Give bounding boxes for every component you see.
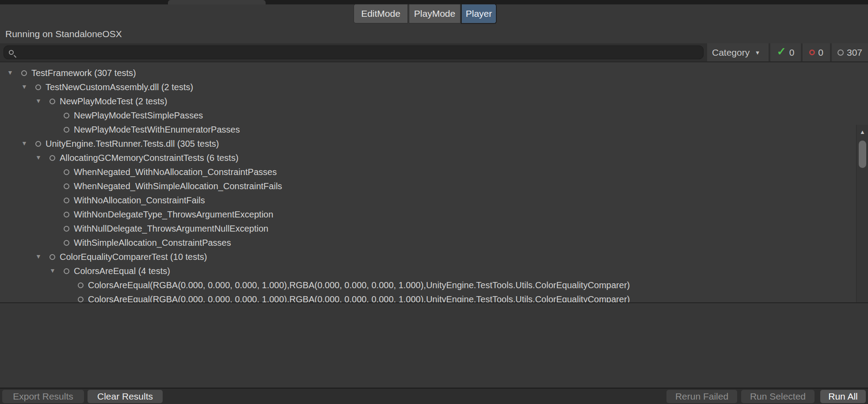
run-all-button[interactable]: Run All xyxy=(820,390,866,403)
clear-results-button[interactable]: Clear Results xyxy=(88,390,163,403)
tree-row[interactable]: WithNullDelegate_ThrowsArgumentNullExcep… xyxy=(0,221,853,236)
tree-item-label: ColorsAreEqual (4 tests) xyxy=(74,266,170,276)
test-status-circle-icon xyxy=(78,297,84,302)
expander-triangle-icon[interactable]: ▼ xyxy=(35,154,49,161)
tab-editmode[interactable]: EditMode xyxy=(354,4,408,23)
circle-icon xyxy=(838,50,844,56)
test-status-circle-icon xyxy=(64,183,69,189)
expander-triangle-icon[interactable]: ▼ xyxy=(49,267,64,274)
test-status-circle-icon xyxy=(78,282,84,288)
test-status-circle-icon xyxy=(64,113,69,118)
toolbar: Category ▾ ✓ 0 0 307 xyxy=(0,43,868,62)
expander-triangle-icon[interactable]: ▼ xyxy=(21,84,35,91)
test-status-circle-icon xyxy=(64,212,69,217)
tree-item-label: WhenNegated_WithSimpleAllocation_Constra… xyxy=(74,181,282,191)
tree-row[interactable]: WithNoAllocation_ConstraintFails xyxy=(0,193,853,207)
tree-item-label: WithNonDelegateType_ThrowsArgumentExcept… xyxy=(74,210,273,220)
expander-triangle-icon[interactable]: ▼ xyxy=(7,69,21,76)
tree-row[interactable]: NewPlayModeTestSimplePasses xyxy=(0,108,853,122)
tree-row[interactable]: ColorsAreEqual(RGBA(0.000, 0.000, 0.000,… xyxy=(0,278,853,292)
tree-row[interactable]: ColorsAreEqual(RGBA(0.000, 0.000, 0.000,… xyxy=(0,292,853,303)
tree-row[interactable]: NewPlayModeTestWithEnumeratorPasses xyxy=(0,122,853,137)
search-icon xyxy=(9,50,14,55)
passed-count-filter[interactable]: ✓ 0 xyxy=(770,43,801,61)
tree-row[interactable]: WithSimpleAllocation_ConstraintPasses xyxy=(0,236,853,250)
run-selected-button[interactable]: Run Selected xyxy=(741,390,815,403)
tree-row[interactable]: ▼NewPlayModeTest (2 tests) xyxy=(0,94,853,108)
tree-row[interactable]: WhenNegated_WithSimpleAllocation_Constra… xyxy=(0,179,853,193)
rerun-failed-button[interactable]: Rerun Failed xyxy=(666,390,737,403)
tree-item-label: WithSimpleAllocation_ConstraintPasses xyxy=(74,238,231,248)
test-status-circle-icon xyxy=(21,70,27,76)
test-status-circle-icon xyxy=(64,226,69,232)
tree-row[interactable]: ▼UnityEngine.TestRunner.Tests.dll (305 t… xyxy=(0,137,853,151)
test-tree: ▼TestFramework (307 tests)▼TestNewCustom… xyxy=(0,66,853,303)
tree-item-label: NewPlayModeTest (2 tests) xyxy=(60,96,167,107)
test-status-circle-icon xyxy=(35,141,41,147)
failed-count-filter[interactable]: 0 xyxy=(803,43,830,61)
test-status-circle-icon xyxy=(64,169,69,175)
tree-item-label: WhenNegated_WithNoAllocation_ConstraintP… xyxy=(74,167,277,177)
tree-item-label: ColorsAreEqual(RGBA(0.000, 0.000, 0.000,… xyxy=(88,280,630,290)
tree-item-label: AllocatingGCMemoryConstraintTests (6 tes… xyxy=(60,153,239,163)
status-text: Running on StandaloneOSX xyxy=(0,25,868,43)
tree-item-label: ColorEqualityComparerTest (10 tests) xyxy=(60,252,207,262)
scroll-up-icon[interactable]: ▲ xyxy=(857,127,868,136)
tree-item-label: UnityEngine.TestRunner.Tests.dll (305 te… xyxy=(46,139,219,149)
search-input[interactable] xyxy=(17,48,680,57)
test-status-circle-icon xyxy=(35,84,41,90)
tree-row[interactable]: ▼ColorEqualityComparerTest (10 tests) xyxy=(0,250,853,264)
test-status-circle-icon xyxy=(64,268,69,274)
total-count-filter[interactable]: 307 xyxy=(832,43,868,61)
test-tree-panel: ▼TestFramework (307 tests)▼TestNewCustom… xyxy=(0,62,868,303)
total-count: 307 xyxy=(847,47,862,58)
mode-tab-bar: EditMode PlayMode Player xyxy=(0,4,868,24)
failed-count: 0 xyxy=(818,47,823,58)
tree-item-label: NewPlayModeTestWithEnumeratorPasses xyxy=(74,125,240,135)
test-status-circle-icon xyxy=(64,127,69,133)
test-runner-window: EditMode PlayMode Player Running on Stan… xyxy=(0,0,868,404)
expander-triangle-icon[interactable]: ▼ xyxy=(35,98,49,105)
tab-player[interactable]: Player xyxy=(461,4,496,23)
check-icon: ✓ xyxy=(777,46,786,57)
tree-row[interactable]: ▼TestNewCustomAssembly.dll (2 tests) xyxy=(0,80,853,94)
test-status-circle-icon xyxy=(64,198,69,203)
bottom-toolbar: Export Results Clear Results Rerun Faile… xyxy=(0,388,868,404)
tree-item-label: TestNewCustomAssembly.dll (2 tests) xyxy=(46,82,193,92)
test-status-circle-icon xyxy=(64,240,69,246)
tree-item-label: NewPlayModeTestSimplePasses xyxy=(74,111,203,121)
tree-row[interactable]: ▼TestFramework (307 tests) xyxy=(0,66,853,80)
tree-item-label: WithNullDelegate_ThrowsArgumentNullExcep… xyxy=(74,224,268,234)
tree-item-label: TestFramework (307 tests) xyxy=(31,68,136,78)
category-dropdown[interactable]: Category ▾ xyxy=(707,43,769,61)
test-status-circle-icon xyxy=(49,254,55,260)
tab-playmode[interactable]: PlayMode xyxy=(409,4,461,23)
tree-item-label: ColorsAreEqual(RGBA(0.000, 0.000, 0.000,… xyxy=(88,294,630,304)
test-status-circle-icon xyxy=(49,99,55,104)
test-status-circle-icon xyxy=(49,155,55,161)
test-detail-panel xyxy=(0,304,868,388)
scrollbar-thumb[interactable] xyxy=(859,141,866,168)
expander-triangle-icon[interactable]: ▼ xyxy=(35,253,49,260)
category-label: Category xyxy=(712,47,750,58)
slashed-circle-icon xyxy=(809,50,815,55)
passed-count: 0 xyxy=(789,47,795,58)
search-field[interactable] xyxy=(4,46,704,59)
scrollbar[interactable]: ▲ ▼ xyxy=(856,125,868,303)
expander-triangle-icon[interactable]: ▼ xyxy=(21,140,35,147)
tree-row[interactable]: ▼AllocatingGCMemoryConstraintTests (6 te… xyxy=(0,151,853,165)
tree-row[interactable]: ▼ColorsAreEqual (4 tests) xyxy=(0,264,853,278)
tree-row[interactable]: WhenNegated_WithNoAllocation_ConstraintP… xyxy=(0,165,853,179)
export-results-button[interactable]: Export Results xyxy=(2,390,84,403)
chevron-down-icon: ▾ xyxy=(756,49,759,57)
tree-row[interactable]: WithNonDelegateType_ThrowsArgumentExcept… xyxy=(0,207,853,221)
tree-item-label: WithNoAllocation_ConstraintFails xyxy=(74,195,205,206)
